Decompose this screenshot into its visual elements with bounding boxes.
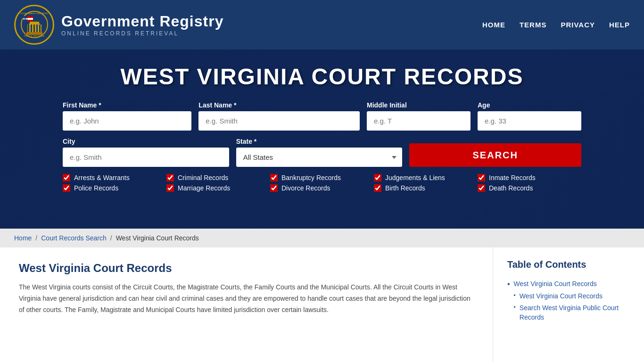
content-body: The West Virginia courts consist of the … xyxy=(19,282,474,315)
checkbox-col-3: Bankruptcy Records Divorce Records xyxy=(270,174,374,192)
age-label: Age xyxy=(478,101,581,109)
first-name-label: First Name * xyxy=(63,101,191,109)
city-group: City xyxy=(63,138,229,167)
death-checkbox[interactable] xyxy=(478,184,485,192)
birth-label: Birth Records xyxy=(385,184,425,192)
checkbox-inmate: Inmate Records xyxy=(478,174,581,181)
checkbox-bankruptcy: Bankruptcy Records xyxy=(270,174,374,181)
svg-rect-8 xyxy=(30,22,39,24)
first-name-input[interactable] xyxy=(63,111,191,131)
middle-initial-group: Middle Initial xyxy=(367,101,471,131)
toc-item-1: • West Virginia Court Records • West Vir… xyxy=(507,280,630,325)
svg-text:★★: ★★ xyxy=(22,17,28,20)
site-logo: ★★ GOVERNMENT REGISTRY PUB xyxy=(14,5,54,45)
toc-link-wv-court[interactable]: West Virginia Court Records xyxy=(514,280,597,288)
sidebar: Table of Contents • West Virginia Court … xyxy=(493,247,644,362)
death-label: Death Records xyxy=(489,184,533,192)
toc-list: • West Virginia Court Records • West Vir… xyxy=(507,280,630,325)
svg-text:PUBLIC RECORDS: PUBLIC RECORDS xyxy=(24,35,44,37)
content-title: West Virginia Court Records xyxy=(19,262,474,275)
toc-sub-item-2: • Search West Virginia Public Court Reco… xyxy=(514,304,630,322)
checkbox-col-4: Judgements & Liens Birth Records xyxy=(374,174,478,192)
bankruptcy-checkbox[interactable] xyxy=(270,174,278,181)
divorce-checkbox[interactable] xyxy=(270,184,278,192)
svg-rect-13 xyxy=(39,25,41,32)
arrests-checkbox[interactable] xyxy=(63,174,70,181)
age-input[interactable] xyxy=(478,111,581,131)
checkbox-col-1: Arrests & Warrants Police Records xyxy=(63,174,166,192)
breadcrumb-current: West Virginia Court Records xyxy=(116,234,199,242)
svg-rect-9 xyxy=(28,25,29,32)
bankruptcy-label: Bankruptcy Records xyxy=(281,174,341,181)
police-label: Police Records xyxy=(74,184,118,192)
criminal-label: Criminal Records xyxy=(178,174,228,181)
arrests-label: Arrests & Warrants xyxy=(74,174,130,181)
search-form-section: First Name * Last Name * Middle Initial … xyxy=(63,101,581,192)
checkbox-criminal: Criminal Records xyxy=(166,174,270,181)
first-name-group: First Name * xyxy=(63,101,191,131)
inmate-checkbox[interactable] xyxy=(478,174,485,181)
state-label: State * xyxy=(236,138,403,145)
nav-terms[interactable]: TERMS xyxy=(520,21,547,29)
checkbox-police: Police Records xyxy=(63,184,166,192)
toc-sub-bullet-2: • xyxy=(514,304,516,311)
form-row-1: First Name * Last Name * Middle Initial … xyxy=(63,101,581,131)
svg-rect-10 xyxy=(31,25,32,32)
toc-sub-bullet-1: • xyxy=(514,292,516,299)
age-group: Age xyxy=(478,101,581,131)
breadcrumb-sep-1: / xyxy=(35,234,37,242)
breadcrumb-sep-2: / xyxy=(110,234,112,242)
nav-privacy[interactable]: PRIVACY xyxy=(561,21,595,29)
nav-home[interactable]: HOME xyxy=(482,21,505,29)
birth-checkbox[interactable] xyxy=(374,184,381,192)
breadcrumb-court-records[interactable]: Court Records Search xyxy=(41,234,107,242)
inmate-label: Inmate Records xyxy=(489,174,536,181)
toc-sub-link-wv-court[interactable]: West Virginia Court Records xyxy=(520,292,603,301)
logo-area: ★★ GOVERNMENT REGISTRY PUB xyxy=(14,5,223,45)
toc-sub-list: • West Virginia Court Records • Search W… xyxy=(514,292,630,322)
city-label: City xyxy=(63,138,229,145)
judgements-label: Judgements & Liens xyxy=(385,174,445,181)
middle-initial-label: Middle Initial xyxy=(367,101,471,109)
svg-rect-11 xyxy=(33,25,35,32)
hero-section: WEST VIRGINIA COURT RECORDS First Name *… xyxy=(0,49,644,229)
toc-sub-link-search-wv[interactable]: Search West Virginia Public Court Record… xyxy=(520,304,630,322)
site-name: Government Registry xyxy=(61,13,223,30)
marriage-checkbox[interactable] xyxy=(166,184,174,192)
state-select[interactable]: All States Alabama Alaska Arizona Arkans… xyxy=(236,148,403,167)
checkbox-judgements: Judgements & Liens xyxy=(374,174,478,181)
marriage-label: Marriage Records xyxy=(178,184,230,192)
checkbox-birth: Birth Records xyxy=(374,184,478,192)
middle-initial-input[interactable] xyxy=(367,111,471,131)
criminal-checkbox[interactable] xyxy=(166,174,174,181)
nav-help[interactable]: HELP xyxy=(609,21,630,29)
main-nav: HOME TERMS PRIVACY HELP xyxy=(482,21,630,29)
police-checkbox[interactable] xyxy=(63,184,70,192)
judgements-checkbox[interactable] xyxy=(374,174,381,181)
last-name-group: Last Name * xyxy=(198,101,360,131)
record-types-checkboxes: Arrests & Warrants Police Records Crimin… xyxy=(63,174,581,192)
toc-sub-item-1: • West Virginia Court Records xyxy=(514,292,630,301)
content-section: West Virginia Court Records The West Vir… xyxy=(0,247,644,362)
svg-text:GOVERNMENT REGISTRY: GOVERNMENT REGISTRY xyxy=(20,12,49,15)
form-row-2: City State * All States Alabama Alaska A… xyxy=(63,138,581,167)
breadcrumb: Home / Court Records Search / West Virgi… xyxy=(0,229,644,247)
last-name-label: Last Name * xyxy=(198,101,360,109)
last-name-input[interactable] xyxy=(198,111,360,131)
checkbox-marriage: Marriage Records xyxy=(166,184,270,192)
toc-title: Table of Contents xyxy=(507,259,630,270)
checkbox-col-5: Inmate Records Death Records xyxy=(478,174,581,192)
main-content: West Virginia Court Records The West Vir… xyxy=(0,247,493,362)
checkbox-death: Death Records xyxy=(478,184,581,192)
breadcrumb-home[interactable]: Home xyxy=(14,234,32,242)
site-name-area: Government Registry ONLINE RECORDS RETRI… xyxy=(61,13,223,37)
checkbox-col-2: Criminal Records Marriage Records xyxy=(166,174,270,192)
divorce-label: Divorce Records xyxy=(281,184,330,192)
checkbox-divorce: Divorce Records xyxy=(270,184,374,192)
state-group: State * All States Alabama Alaska Arizon… xyxy=(236,138,403,167)
city-input[interactable] xyxy=(63,148,229,167)
svg-rect-12 xyxy=(36,25,38,32)
page-title: WEST VIRGINIA COURT RECORDS xyxy=(47,64,597,90)
search-button[interactable]: SEARCH xyxy=(409,143,581,167)
checkbox-arrests: Arrests & Warrants xyxy=(63,174,166,181)
